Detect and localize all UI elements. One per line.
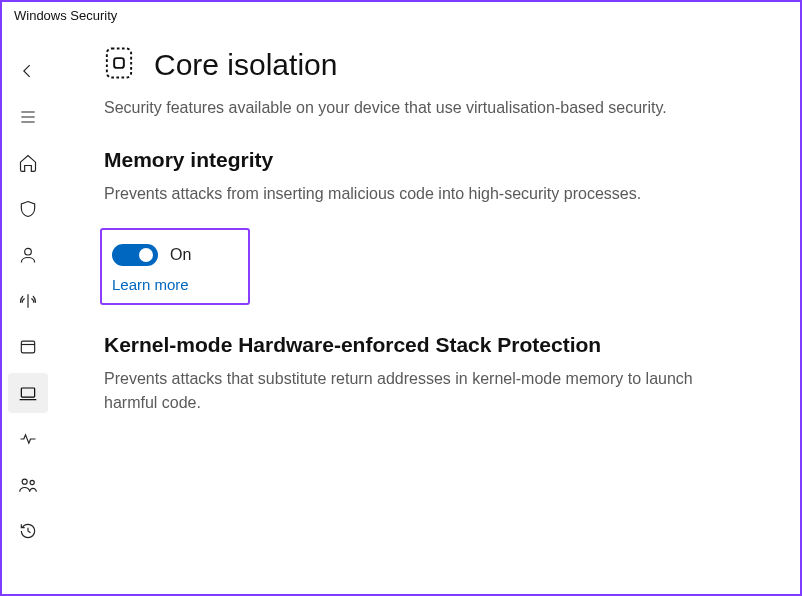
core-isolation-icon — [104, 46, 134, 84]
svg-rect-1 — [21, 341, 34, 353]
toggle-knob — [139, 248, 153, 262]
user-icon — [18, 245, 38, 265]
wifi-icon — [18, 291, 38, 311]
svg-rect-2 — [21, 388, 34, 397]
main-content: Core isolation Security features availab… — [54, 28, 800, 594]
sidebar-item-history[interactable] — [8, 511, 48, 551]
back-button[interactable] — [8, 51, 48, 91]
sidebar-item-home[interactable] — [8, 143, 48, 183]
window-title: Windows Security — [2, 2, 800, 28]
section-title-memory-integrity: Memory integrity — [104, 148, 740, 172]
sidebar-item-performance[interactable] — [8, 419, 48, 459]
sidebar — [2, 28, 54, 594]
svg-point-3 — [22, 479, 27, 484]
page-title: Core isolation — [154, 48, 337, 82]
sidebar-item-app-browser[interactable] — [8, 327, 48, 367]
window-icon — [18, 337, 38, 357]
arrow-left-icon — [18, 61, 38, 81]
section-desc-kernel-stack: Prevents attacks that substitute return … — [104, 367, 740, 415]
menu-button[interactable] — [8, 97, 48, 137]
sidebar-item-family[interactable] — [8, 465, 48, 505]
shield-icon — [18, 199, 38, 219]
toggle-state-label: On — [170, 246, 191, 264]
people-icon — [18, 475, 38, 495]
sidebar-item-device-security[interactable] — [8, 373, 48, 413]
svg-rect-6 — [114, 58, 124, 68]
sidebar-item-virus[interactable] — [8, 189, 48, 229]
memory-integrity-toggle[interactable] — [112, 244, 158, 266]
learn-more-link[interactable]: Learn more — [112, 276, 238, 293]
laptop-icon — [18, 383, 38, 403]
highlight-annotation: On Learn more — [100, 228, 250, 305]
section-desc-memory-integrity: Prevents attacks from inserting maliciou… — [104, 182, 740, 206]
svg-point-0 — [25, 248, 32, 255]
page-description: Security features available on your devi… — [104, 96, 740, 120]
svg-point-4 — [30, 480, 34, 484]
menu-icon — [18, 107, 38, 127]
svg-rect-5 — [107, 48, 131, 77]
heart-icon — [18, 429, 38, 449]
history-icon — [18, 521, 38, 541]
sidebar-item-firewall[interactable] — [8, 281, 48, 321]
section-title-kernel-stack: Kernel-mode Hardware-enforced Stack Prot… — [104, 333, 740, 357]
sidebar-item-account[interactable] — [8, 235, 48, 275]
home-icon — [18, 153, 38, 173]
